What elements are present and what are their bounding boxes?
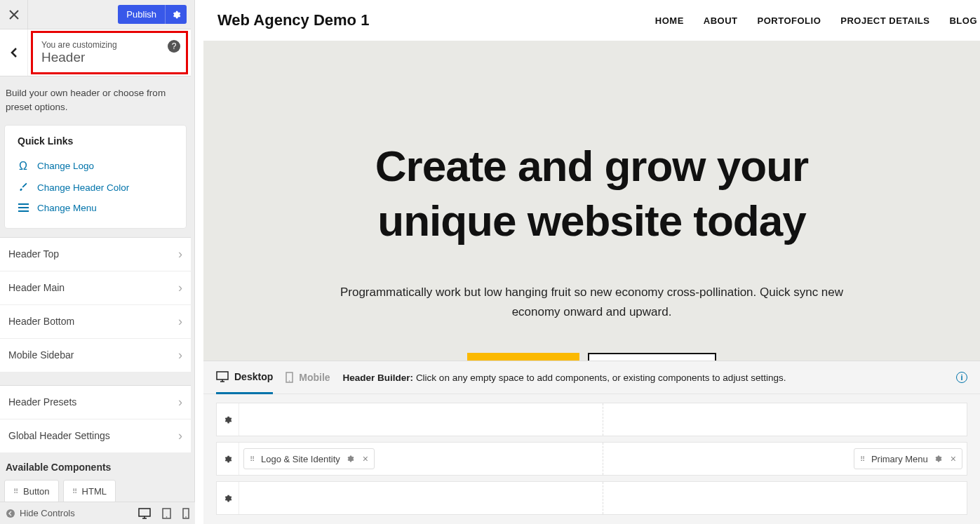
close-button[interactable] xyxy=(0,0,28,29)
svg-point-0 xyxy=(6,509,15,518)
panel-big-label: Header xyxy=(41,50,177,65)
svg-point-8 xyxy=(289,380,290,382)
chevron-right-icon: › xyxy=(178,281,182,295)
primary-nav: HOME ABOUT PORTOFOLIO PROJECT DETAILS BL… xyxy=(655,15,980,26)
gear-icon xyxy=(223,494,232,503)
quicklink-change-header-color[interactable]: Change Header Color xyxy=(18,177,173,198)
gear-icon xyxy=(171,10,181,20)
omega-icon: Ω xyxy=(18,160,29,173)
builder-row-main[interactable]: ⠿ Logo & Site Identity × ⠿ Primary Menu … xyxy=(216,442,967,476)
panel-small-label: You are customizing xyxy=(41,40,177,50)
row-settings-button[interactable] xyxy=(217,482,239,514)
customizer-sidebar: Publish You are customizing Header ? Bui… xyxy=(0,0,195,505)
preview-site-header: Web Agency Demo 1 HOME ABOUT PORTOFOLIO … xyxy=(203,0,980,41)
collapse-icon xyxy=(6,509,15,518)
section-header-presets[interactable]: Header Presets› xyxy=(0,386,191,419)
available-chip-html[interactable]: ⠿HTML xyxy=(63,480,116,503)
hide-controls-button[interactable]: Hide Controls xyxy=(6,508,75,518)
builder-tab-bar: Desktop Mobile Header Builder: Click on … xyxy=(203,361,980,394)
info-icon[interactable]: i xyxy=(956,372,967,383)
builder-tab-mobile[interactable]: Mobile xyxy=(286,362,330,393)
sidebar-topbar: Publish xyxy=(0,0,191,29)
svg-rect-1 xyxy=(139,509,150,516)
nav-home[interactable]: HOME xyxy=(655,15,684,26)
remove-component-icon[interactable]: × xyxy=(951,453,956,464)
row-settings-button[interactable] xyxy=(217,403,239,436)
svg-point-5 xyxy=(185,516,187,518)
quicklink-label: Change Logo xyxy=(37,161,94,171)
section-header-top[interactable]: Header Top› xyxy=(0,238,191,271)
quick-links-title: Quick Links xyxy=(18,135,173,147)
quick-links-card: Quick Links Ω Change Logo Change Header … xyxy=(4,125,187,229)
tablet-device-icon[interactable] xyxy=(162,508,171,519)
section-list-2: Header Presets› Global Header Settings› xyxy=(0,385,191,453)
preview-frame: Web Agency Demo 1 HOME ABOUT PORTOFOLIO … xyxy=(203,0,980,361)
section-mobile-sidebar[interactable]: Mobile Sidebar› xyxy=(0,339,191,372)
section-list-1: Header Top› Header Main› Header Bottom› … xyxy=(0,237,191,372)
section-header-main[interactable]: Header Main› xyxy=(0,271,191,305)
desktop-icon xyxy=(216,371,229,382)
site-title[interactable]: Web Agency Demo 1 xyxy=(217,11,369,29)
menu-icon xyxy=(18,203,29,213)
gear-icon xyxy=(223,415,232,424)
available-chip-button[interactable]: ⠿Button xyxy=(4,480,59,503)
chevron-right-icon: › xyxy=(178,429,182,443)
mobile-device-icon[interactable] xyxy=(182,508,189,519)
nav-portfolio[interactable]: PORTOFOLIO xyxy=(758,15,821,26)
brush-icon xyxy=(18,182,29,193)
quicklink-change-menu[interactable]: Change Menu xyxy=(18,198,173,218)
chevron-right-icon: › xyxy=(178,395,182,410)
desktop-device-icon[interactable] xyxy=(138,508,151,519)
nav-project-details[interactable]: PROJECT DETAILS xyxy=(840,15,929,26)
drag-icon: ⠿ xyxy=(72,488,78,495)
component-logo-site-identity[interactable]: ⠿ Logo & Site Identity × xyxy=(243,448,375,469)
hero-see-demos-button[interactable]: SEE ALL DEMOS xyxy=(588,353,716,361)
builder-row-bottom[interactable] xyxy=(216,481,967,515)
nav-about[interactable]: ABOUT xyxy=(704,15,738,26)
builder-grid: ⠿ Logo & Site Identity × ⠿ Primary Menu … xyxy=(203,394,980,524)
section-global-header-settings[interactable]: Global Header Settings› xyxy=(0,419,191,453)
sidebar-bottom-bar: Hide Controls xyxy=(0,502,195,524)
help-icon[interactable]: ? xyxy=(168,40,180,53)
row-settings-button[interactable] xyxy=(217,443,239,475)
hero-subtitle: Programmatically work but low hanging fr… xyxy=(325,283,859,322)
quicklink-change-logo[interactable]: Ω Change Logo xyxy=(18,155,173,177)
svg-rect-6 xyxy=(217,372,228,379)
nav-blog[interactable]: BLOG xyxy=(949,15,977,26)
chevron-right-icon: › xyxy=(178,348,182,363)
quicklink-label: Change Header Color xyxy=(37,182,129,193)
quicklink-label: Change Menu xyxy=(37,203,97,213)
builder-tab-desktop[interactable]: Desktop xyxy=(216,361,273,394)
gear-icon[interactable] xyxy=(346,455,354,463)
hero-learn-more-button[interactable]: LEARN MORE xyxy=(467,353,579,361)
component-primary-menu[interactable]: ⠿ Primary Menu × xyxy=(854,448,962,469)
mobile-icon xyxy=(286,372,293,383)
panel-description: Build your own header or choose from pre… xyxy=(0,76,191,125)
drag-icon: ⠿ xyxy=(860,455,866,463)
publish-button[interactable]: Publish xyxy=(118,5,165,24)
gear-icon[interactable] xyxy=(934,455,942,463)
panel-title-box: You are customizing Header ? xyxy=(31,31,188,74)
svg-point-3 xyxy=(166,516,168,518)
available-components-title: Available Components xyxy=(0,453,191,480)
chevron-right-icon: › xyxy=(178,247,182,262)
hero-title: Create and grow your unique website toda… xyxy=(231,139,952,248)
drag-icon: ⠿ xyxy=(13,488,19,495)
back-button[interactable] xyxy=(0,29,28,76)
builder-row-top[interactable] xyxy=(216,403,967,436)
gear-icon xyxy=(223,455,232,464)
section-header-bottom[interactable]: Header Bottom› xyxy=(0,305,191,339)
hero-section: Create and grow your unique website toda… xyxy=(203,41,980,361)
drag-icon: ⠿ xyxy=(250,455,255,463)
remove-component-icon[interactable]: × xyxy=(363,453,368,464)
panel-header: You are customizing Header ? xyxy=(0,29,191,76)
chevron-right-icon: › xyxy=(178,314,182,329)
builder-help-text: Header Builder: Click on any empty space… xyxy=(343,372,786,383)
publish-settings-button[interactable] xyxy=(165,5,187,24)
